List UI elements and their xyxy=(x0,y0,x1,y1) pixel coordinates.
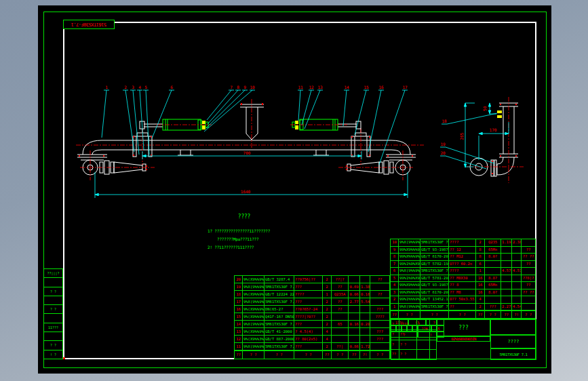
bom-cell-qty: 2 xyxy=(476,304,485,310)
bom-cell-unit-weight: 2.77 xyxy=(349,298,360,305)
bom-cell-unit-weight xyxy=(501,254,512,260)
bom-cell-name: GB/T 41-2000 xyxy=(264,328,294,335)
bom-header-unit: ?? xyxy=(501,311,512,318)
callout-2: 2 xyxy=(124,85,127,89)
bom-cell-material: Q235A xyxy=(332,291,349,298)
bom-cell-material: ??? xyxy=(485,304,501,310)
bom-cell-code: 9%(X9%%9%( xyxy=(243,313,264,320)
bom-header-material: ? ? xyxy=(485,311,501,318)
bom-header-row: ?? ? ? ? ? ? ? ?? ? ? ?? ?! ? ? xyxy=(391,311,535,318)
bom-row: 15 9%(X9%%9%( Q41F-16? DN50 ????|?0?? 2 … xyxy=(235,313,389,321)
bom-cell-unit-weight: 0.86 xyxy=(349,343,360,350)
bom-cell-qty: 2 xyxy=(323,283,332,290)
bom-cell-name: GB/T 5782-1986 xyxy=(420,261,449,268)
bom-cell-remark xyxy=(522,304,535,310)
bom-cell-no: 1 xyxy=(391,304,399,310)
sig-cell xyxy=(417,330,430,340)
bom-cell-no: 13 xyxy=(235,328,243,335)
bom-cell-total-weight: 5.54 xyxy=(360,298,370,305)
bom-cell-no: 18 xyxy=(235,291,243,298)
main-header-pipe xyxy=(76,140,424,150)
code-box-label: 5161TXS30F-7.1 xyxy=(71,22,106,27)
bom-cell-qty: 2 xyxy=(323,313,332,320)
side-view xyxy=(467,97,524,183)
bom-cell-remark: ??? xyxy=(370,336,389,342)
dim-overall: 1640 xyxy=(241,189,251,194)
bom-cell-unit-weight xyxy=(501,247,512,254)
bom-cell-spec: ??? xyxy=(294,298,323,305)
bom-cell-remark: ???? xyxy=(370,313,389,320)
signature-row: ? ???? ? xyxy=(391,320,436,330)
bom-cell-qty: 2 xyxy=(323,306,332,313)
bom-cell-remark xyxy=(522,268,535,275)
notes-line-2: ???????Mpa???11??? xyxy=(217,237,258,241)
bom-cell-name: GB/T 6170-2000 xyxy=(420,254,449,260)
bom-cell-no: 11 xyxy=(235,343,243,350)
bom-cell-total-weight xyxy=(512,289,522,296)
bom-cell-code: 9%(X9%%3%( xyxy=(243,336,264,342)
bom-cell-unit-weight xyxy=(349,276,360,283)
sig-cell xyxy=(430,350,437,359)
bom-row: 3 99%X%%%9%X GB/T 6170-2000 ?? M8 16 8.0… xyxy=(391,289,535,297)
bom-table-right: 10 9%X(9%%9%M 5M61TXS30F 7.1.7 ???? 2 Q2… xyxy=(390,239,536,310)
bom-cell-unit-weight xyxy=(501,261,512,268)
bom-cell-spec: U??? 60.2n xyxy=(449,261,476,268)
callout-19: 19 xyxy=(440,142,446,146)
bom-cell-material xyxy=(485,268,501,275)
callout-10: 10 xyxy=(250,85,255,89)
bom-cell-material: 8.8? xyxy=(485,275,501,282)
bom-cell-unit-weight: 2.27 xyxy=(501,304,512,310)
top-left-code-box: 5161TXS30F-7.1 xyxy=(63,20,115,29)
bom-cell-qty: 16 xyxy=(476,282,485,289)
callout-9: 9 xyxy=(243,85,246,89)
bom-cell-material: 65 xyxy=(332,321,349,327)
title-block: ? ???? ? ? ?? ? ? ? xyxy=(390,319,536,359)
bom-cell-total-weight xyxy=(512,254,522,260)
bom-cell-remark xyxy=(370,283,389,290)
bom-cell-qty: 1 xyxy=(476,268,485,275)
bom-cell-total-weight xyxy=(512,296,522,303)
bom-cell-name: 5M61TXS30F 7.1.7 xyxy=(420,239,449,246)
bom-header-qty: ?? xyxy=(323,351,332,359)
bom-cell-material: Q235 xyxy=(485,239,501,246)
signature-row: ? ?? xyxy=(391,330,436,340)
bom-cell-remark: ?? xyxy=(522,247,535,254)
bom-cell-spec: ?? 8 xyxy=(449,282,476,289)
drawing-type-cell: ???? xyxy=(490,335,536,348)
bom-cell-name: GB/T 12224 22.?M? xyxy=(264,291,294,298)
bom-cell-spec: ???? xyxy=(294,291,323,298)
bom-cell-remark: ?? xyxy=(370,291,389,298)
margin-cell: ? ? xyxy=(44,287,62,296)
bom-cell-qty: 2 xyxy=(323,276,332,283)
bom-cell-name: GB/T 3287.4 xyxy=(264,276,294,283)
bom-cell-spec: ??? xyxy=(294,283,323,290)
bom-cell-code: 9%(X9%%9%( xyxy=(243,276,264,283)
bom-header-spec: ? ? xyxy=(449,311,476,318)
bom-cell-qty: 16 xyxy=(476,289,485,296)
sig-cell: ? xyxy=(391,340,399,350)
dim-span: 700 xyxy=(243,151,251,155)
bom-cell-no: 2 xyxy=(391,296,399,303)
signature-row: ?? ? ? xyxy=(391,350,436,359)
bom-cell-spec: ????|?0?? xyxy=(294,313,323,320)
pipe-supports xyxy=(178,150,329,155)
callout-8: 8 xyxy=(237,85,239,89)
bom-header-unit: ?? xyxy=(349,351,360,359)
sig-cell: ? ? xyxy=(399,350,417,359)
bom-cell-qty: 2 xyxy=(323,298,332,305)
bom-cell-no: 4 xyxy=(391,282,399,289)
margin-cell: ? ? xyxy=(44,341,62,350)
bom-cell-qty: 2 xyxy=(476,239,485,246)
sig-cell xyxy=(417,350,430,359)
bom-cell-code: 99%X9%%%9? xyxy=(399,247,420,254)
bom-row: 16 9%(X9%%9%( DN(65-2? ??0?65?-24 2 ?? ?… xyxy=(235,306,389,313)
callout-15: 15 xyxy=(364,85,369,89)
right-actuator-cylinder xyxy=(290,119,347,130)
bom-cell-name: GB/T 93-1987 xyxy=(420,282,449,289)
bom-row: 9 99%X9%%%9? GB/T 93-1987 ?? 12 8 65Mn ?… xyxy=(391,247,535,254)
bom-cell-remark: ?? xyxy=(370,276,389,283)
bom-cell-code: 9%X(9%%9%M xyxy=(243,343,264,350)
bom-cell-total-weight xyxy=(360,336,370,342)
bom-cell-code: 99%1%9%X9% xyxy=(399,261,420,268)
bom-cell-name: 5M61TXS30F 7.16 xyxy=(264,283,294,290)
